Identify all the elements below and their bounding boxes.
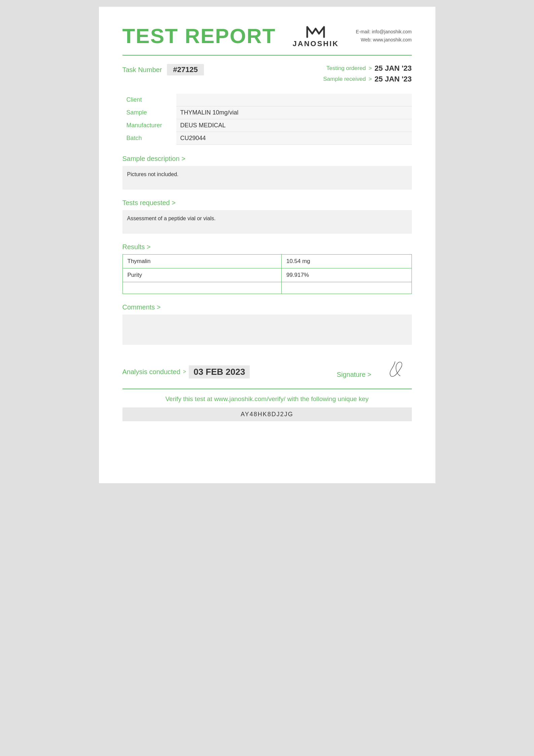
analysis-conducted: Analysis conducted > 03 FEB 2023 (122, 365, 250, 379)
contact-web: Web: www.janoshik.com (356, 36, 412, 44)
task-left: Task Number #27125 (122, 64, 204, 75)
batch-value: CU29044 (176, 132, 412, 144)
results-title: Results > (122, 243, 412, 251)
client-row: Client (122, 94, 412, 106)
signature-image (378, 358, 412, 379)
logo-text: JANOSHIK (293, 39, 339, 48)
result-name-2 (122, 282, 281, 294)
info-table: Client Sample THYMALIN 10mg/vial Manufac… (122, 94, 412, 145)
comments-section: Comments > (122, 303, 412, 345)
client-value (176, 94, 412, 106)
table-row: Thymalin 10.54 mg (122, 254, 412, 268)
report-page: TEST REPORT JANOSHIK E-mail: info@janosh… (99, 7, 435, 483)
header-divider (122, 55, 412, 56)
comments-content (122, 315, 412, 345)
testing-ordered-row: Testing ordered > 25 JAN '23 (326, 64, 412, 73)
logo: JANOSHIK (293, 24, 339, 48)
sample-received-row: Sample received > 25 JAN '23 (323, 75, 412, 84)
task-right: Testing ordered > 25 JAN '23 Sample rece… (323, 64, 412, 84)
client-label: Client (122, 94, 176, 106)
analysis-date: 03 FEB 2023 (189, 365, 250, 379)
contact-email: E-mail: info@janoshik.com (356, 28, 412, 36)
batch-row: Batch CU29044 (122, 132, 412, 144)
task-row: Task Number #27125 Testing ordered > 25 … (122, 64, 412, 84)
logo-icon (306, 24, 326, 39)
task-label: Task Number (122, 66, 162, 74)
task-number: #27125 (167, 64, 204, 75)
tests-requested-content: Assessment of a peptide vial or vials. (122, 210, 412, 234)
manufacturer-row: Manufacturer DEUS MEDICAL (122, 119, 412, 132)
sample-value: THYMALIN 10mg/vial (176, 106, 412, 119)
header-contact: E-mail: info@janoshik.com Web: www.janos… (356, 28, 412, 44)
testing-ordered-arrow: > (368, 65, 372, 72)
comments-title: Comments > (122, 303, 412, 311)
signature-label: Signature > (337, 371, 371, 379)
manufacturer-value: DEUS MEDICAL (176, 119, 412, 132)
header-left: TEST REPORT JANOSHIK (122, 24, 339, 48)
tests-requested-title: Tests requested > (122, 199, 412, 207)
report-title: TEST REPORT (122, 26, 276, 46)
sample-received-arrow: > (368, 76, 372, 83)
verify-key: AY48HK8DJ2JG (122, 407, 412, 421)
table-row: Purity 99.917% (122, 268, 412, 282)
verify-text: Verify this test at www.janoshik.com/ver… (122, 395, 412, 403)
sample-received-value: 25 JAN '23 (375, 75, 412, 84)
result-name-0: Thymalin (122, 254, 281, 268)
signature-svg (378, 358, 412, 379)
batch-label: Batch (122, 132, 176, 144)
sample-description-section: Sample description > Pictures not includ… (122, 155, 412, 190)
result-value-2 (281, 282, 412, 294)
results-section: Results > Thymalin 10.54 mg Purity 99.91… (122, 243, 412, 294)
analysis-label: Analysis conducted (122, 368, 180, 376)
sample-received-label: Sample received (323, 76, 366, 83)
sample-description-content: Pictures not included. (122, 166, 412, 190)
sample-row: Sample THYMALIN 10mg/vial (122, 106, 412, 119)
bottom-section: Analysis conducted > 03 FEB 2023 Signatu… (122, 358, 412, 379)
manufacturer-label: Manufacturer (122, 119, 176, 132)
testing-ordered-label: Testing ordered (326, 65, 366, 72)
table-row (122, 282, 412, 294)
signature-section: Signature > (337, 358, 412, 379)
results-table: Thymalin 10.54 mg Purity 99.917% (122, 254, 412, 294)
testing-ordered-value: 25 JAN '23 (375, 64, 412, 73)
sample-label: Sample (122, 106, 176, 119)
tests-requested-section: Tests requested > Assessment of a peptid… (122, 199, 412, 234)
analysis-arrow: > (183, 369, 186, 375)
result-value-1: 99.917% (281, 268, 412, 282)
header: TEST REPORT JANOSHIK E-mail: info@janosh… (122, 24, 412, 48)
result-value-0: 10.54 mg (281, 254, 412, 268)
result-name-1: Purity (122, 268, 281, 282)
sample-description-title: Sample description > (122, 155, 412, 163)
verify-section: Verify this test at www.janoshik.com/ver… (122, 389, 412, 421)
